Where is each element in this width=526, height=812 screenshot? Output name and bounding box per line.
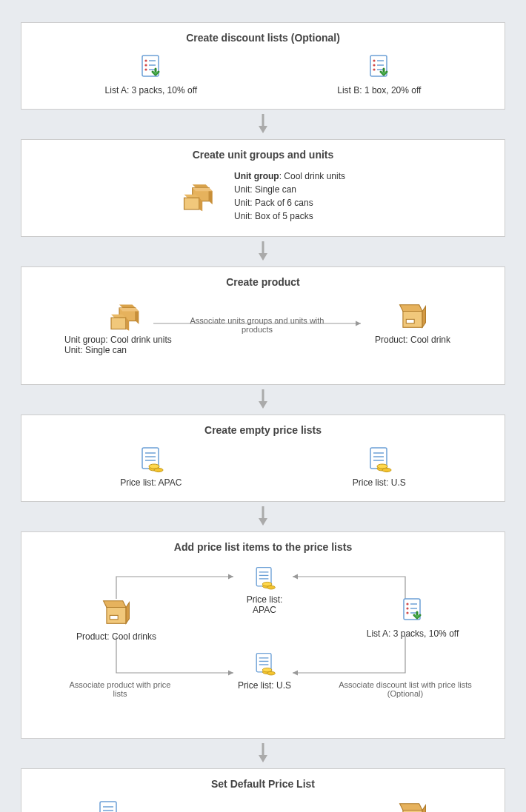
product-icon bbox=[395, 799, 430, 812]
boxes-icon bbox=[181, 179, 221, 213]
price-list-apac: Price list: APAC bbox=[235, 565, 294, 615]
panel-add-price-list-items: Add price list items to the price lists … bbox=[21, 531, 505, 739]
flow-arrow bbox=[21, 114, 505, 135]
product-item: Product: Cool drink bbox=[361, 300, 465, 345]
caption-left: Associate product with price lists bbox=[64, 680, 176, 698]
price-list-apac-label: Price list: APAC bbox=[120, 477, 182, 488]
product-icon bbox=[395, 300, 430, 332]
product-item: Product: Cool drinks bbox=[64, 596, 168, 642]
unit-line-3: Unit: Box of 5 packs bbox=[234, 209, 345, 223]
unit-group-details: Unit group: Cool drink units Unit: Singl… bbox=[234, 170, 345, 223]
panel-title: Create product bbox=[35, 276, 491, 288]
caption-right: Associate discount list with price lists… bbox=[339, 680, 472, 698]
discount-list-b: List B: 1 box, 20% off bbox=[337, 53, 421, 95]
panel-title: Create discount lists (Optional) bbox=[35, 32, 491, 44]
price-list-icon bbox=[364, 445, 394, 474]
unit-group-item: Unit group: Cool drink units Unit: Singl… bbox=[64, 300, 190, 355]
product-icon bbox=[99, 596, 134, 628]
price-list-us: Price list: U.S bbox=[235, 651, 294, 691]
discount-list-icon bbox=[136, 53, 166, 82]
flow-arrow bbox=[21, 743, 505, 764]
product-label: Product: Cool drink bbox=[361, 335, 465, 345]
panel-set-default-price-list: Set Default Price List Price list: APAC … bbox=[21, 768, 505, 812]
flow-arrow bbox=[21, 241, 505, 262]
panel-create-product: Create product Unit group: Cool drink un… bbox=[21, 266, 505, 385]
discount-list-item: List A: 3 packs, 10% off bbox=[353, 596, 472, 639]
panel-title: Create unit groups and units bbox=[35, 149, 491, 161]
discount-list-label: List A: 3 packs, 10% off bbox=[367, 628, 459, 639]
flow-arrow bbox=[21, 506, 505, 527]
price-list-us: Price list: U.S bbox=[353, 445, 406, 488]
panel-title: Add price list items to the price lists bbox=[35, 541, 491, 553]
price-list-apac: Price list: APAC bbox=[120, 445, 182, 488]
price-list-icon bbox=[251, 565, 278, 591]
unit-group-line1: Unit group: Cool drink units bbox=[64, 335, 190, 345]
panel-title: Create empty price lists bbox=[35, 424, 491, 436]
unit-line-1: Unit: Single can bbox=[234, 183, 345, 196]
panel-create-empty-price-lists: Create empty price lists Price list: APA… bbox=[21, 415, 505, 502]
flow-arrow bbox=[21, 389, 505, 410]
discount-list-icon bbox=[364, 53, 394, 82]
price-list-us-label: Price list: U.S bbox=[353, 477, 406, 488]
panel-title: Set Default Price List bbox=[35, 778, 491, 790]
price-list-icon bbox=[251, 651, 278, 677]
unit-group-value: : Cool drink units bbox=[279, 171, 345, 181]
price-list-icon bbox=[94, 799, 124, 812]
product-item: Product: Cool drink bbox=[361, 799, 465, 812]
panel-create-discount-lists: Create discount lists (Optional) List A:… bbox=[21, 22, 505, 110]
discount-list-a: List A: 3 packs, 10% off bbox=[105, 53, 198, 95]
discount-list-icon bbox=[398, 596, 427, 625]
price-list-apac: Price list: APAC bbox=[64, 799, 153, 812]
unit-group-label: Unit group bbox=[234, 171, 279, 181]
unit-group-line2: Unit: Single can bbox=[64, 345, 190, 355]
discount-list-b-label: List B: 1 box, 20% off bbox=[337, 85, 421, 95]
price-list-us-label: Price list: U.S bbox=[238, 680, 291, 691]
discount-list-a-label: List A: 3 packs, 10% off bbox=[105, 85, 198, 95]
price-list-apac-label: Price list: APAC bbox=[235, 594, 294, 615]
product-label: Product: Cool drinks bbox=[76, 631, 156, 642]
unit-line-2: Unit: Pack of 6 cans bbox=[234, 196, 345, 209]
associate-caption: Associate units groups and units with pr… bbox=[183, 316, 331, 334]
price-list-icon bbox=[136, 445, 166, 474]
boxes-icon bbox=[107, 300, 147, 332]
panel-create-unit-groups: Create unit groups and units Unit group:… bbox=[21, 139, 505, 237]
